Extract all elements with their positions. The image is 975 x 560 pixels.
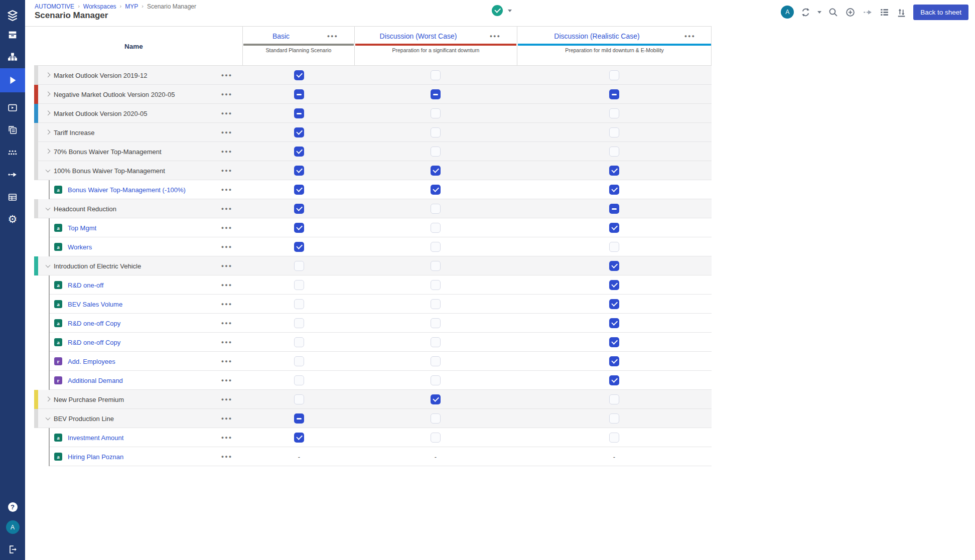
row-more-button[interactable]: ●●●	[221, 283, 233, 288]
breadcrumb-myp[interactable]: MYP	[125, 3, 138, 10]
row-checkbox-realistic-case[interactable]	[609, 166, 619, 176]
row-checkbox-realistic-case[interactable]	[609, 204, 619, 214]
row-more-button[interactable]: ●●●	[221, 73, 233, 78]
row-more-button[interactable]: ●●●	[221, 359, 233, 364]
row-checkbox-worst-case[interactable]	[431, 337, 441, 347]
video-icon[interactable]	[0, 96, 25, 119]
row-checkbox-realistic-case[interactable]	[609, 280, 619, 290]
row-checkbox-basic[interactable]	[294, 375, 304, 385]
row-checkbox-worst-case[interactable]	[431, 70, 441, 80]
row-checkbox-basic[interactable]	[294, 337, 304, 347]
row-checkbox-realistic-case[interactable]	[609, 375, 619, 385]
toolbar-avatar[interactable]: A	[781, 6, 794, 19]
row-checkbox-realistic-case[interactable]	[609, 337, 619, 347]
row-checkbox-worst-case[interactable]	[431, 280, 441, 290]
row-checkbox-worst-case[interactable]	[431, 299, 441, 309]
row-checkbox-worst-case[interactable]	[431, 356, 441, 366]
row-checkbox-basic[interactable]	[294, 108, 304, 118]
row-checkbox-realistic-case[interactable]	[609, 89, 619, 99]
breadcrumb-workspaces[interactable]: Workspaces	[83, 3, 116, 10]
row-checkbox-realistic-case[interactable]	[609, 223, 619, 233]
row-name-link[interactable]: Workers	[68, 243, 92, 251]
row-more-button[interactable]: ●●●	[221, 321, 233, 326]
row-checkbox-realistic-case[interactable]	[609, 299, 619, 309]
row-checkbox-realistic-case[interactable]	[609, 185, 619, 195]
status-check-icon[interactable]	[492, 5, 503, 16]
scenario-title[interactable]: Basic	[243, 31, 319, 42]
row-checkbox-basic[interactable]	[294, 223, 304, 233]
row-checkbox-realistic-case[interactable]	[609, 147, 619, 157]
row-more-button[interactable]: ●●●	[221, 416, 233, 421]
row-checkbox-worst-case[interactable]	[431, 147, 441, 157]
gear-icon[interactable]: ⚙	[0, 208, 25, 230]
row-checkbox-worst-case[interactable]	[431, 433, 441, 443]
scenario-more-button[interactable]: ●●●	[490, 31, 501, 42]
row-checkbox-worst-case[interactable]	[431, 223, 441, 233]
row-more-button[interactable]: ●●●	[221, 397, 233, 402]
row-more-button[interactable]: ●●●	[221, 435, 233, 440]
archive-icon[interactable]	[0, 23, 25, 46]
play-icon[interactable]	[0, 68, 25, 92]
row-checkbox-basic[interactable]	[294, 356, 304, 366]
row-checkbox-basic[interactable]	[294, 394, 304, 404]
row-checkbox-basic[interactable]	[294, 70, 304, 80]
row-checkbox-worst-case[interactable]	[431, 394, 441, 404]
row-checkbox-basic[interactable]	[294, 127, 304, 137]
row-name-link[interactable]: R&D one-off Copy	[68, 320, 120, 327]
row-more-button[interactable]: ●●●	[221, 149, 233, 154]
row-name-link[interactable]: Investment Amount	[68, 434, 123, 442]
row-checkbox-basic[interactable]	[294, 280, 304, 290]
row-more-button[interactable]: ●●●	[221, 206, 233, 211]
row-checkbox-basic[interactable]	[294, 318, 304, 328]
arrow-right-icon[interactable]	[0, 163, 25, 186]
nodes-icon[interactable]	[0, 141, 25, 164]
row-checkbox-worst-case[interactable]	[431, 89, 441, 99]
row-checkbox-basic[interactable]	[294, 147, 304, 157]
row-more-button[interactable]: ●●●	[221, 454, 233, 459]
row-checkbox-worst-case[interactable]	[431, 108, 441, 118]
row-checkbox-worst-case[interactable]	[431, 185, 441, 195]
row-name-link[interactable]: Additional Demand	[68, 377, 123, 384]
row-checkbox-basic[interactable]	[294, 413, 304, 424]
scenario-title[interactable]: Discussion (Worst Case)	[355, 31, 482, 42]
sync-icon[interactable]	[800, 7, 811, 18]
row-checkbox-worst-case[interactable]	[431, 375, 441, 385]
row-more-button[interactable]: ●●●	[221, 92, 233, 97]
row-checkbox-basic[interactable]	[294, 185, 304, 195]
org-chart-icon[interactable]	[0, 46, 25, 68]
row-name-link[interactable]: BEV Sales Volume	[68, 301, 122, 308]
row-checkbox-worst-case[interactable]	[431, 242, 441, 252]
copy-icon[interactable]	[0, 118, 25, 141]
row-more-button[interactable]: ●●●	[221, 340, 233, 345]
row-checkbox-realistic-case[interactable]	[609, 433, 619, 443]
row-name-link[interactable]: Top Mgmt	[68, 224, 96, 232]
row-checkbox-realistic-case[interactable]	[609, 108, 619, 118]
row-name-link[interactable]: Add. Employees	[68, 358, 115, 365]
row-checkbox-basic[interactable]	[294, 242, 304, 252]
help-icon[interactable]: ?	[0, 496, 25, 518]
row-checkbox-basic[interactable]	[294, 261, 304, 271]
row-name-link[interactable]: R&D one-off	[68, 282, 103, 289]
sort-icon[interactable]	[896, 7, 907, 18]
row-checkbox-realistic-case[interactable]	[609, 261, 619, 271]
caret-down-icon[interactable]	[817, 11, 821, 14]
row-checkbox-basic[interactable]	[294, 299, 304, 309]
search-icon[interactable]	[828, 7, 839, 18]
row-checkbox-basic[interactable]	[294, 433, 304, 443]
breadcrumb-automotive[interactable]: AUTOMOTIVE	[35, 3, 74, 10]
jump-arrow-icon[interactable]	[862, 7, 873, 18]
row-more-button[interactable]: ●●●	[221, 244, 233, 249]
row-more-button[interactable]: ●●●	[221, 263, 233, 268]
row-more-button[interactable]: ●●●	[221, 111, 233, 116]
row-name-link[interactable]: Hiring Plan Poznan	[68, 453, 123, 461]
row-more-button[interactable]: ●●●	[221, 187, 233, 192]
row-checkbox-realistic-case[interactable]	[609, 394, 619, 404]
row-checkbox-worst-case[interactable]	[431, 413, 441, 424]
row-more-button[interactable]: ●●●	[221, 302, 233, 307]
row-checkbox-realistic-case[interactable]	[609, 70, 619, 80]
plus-circle-icon[interactable]	[845, 7, 856, 18]
sidebar-avatar[interactable]: A	[0, 516, 25, 538]
row-checkbox-realistic-case[interactable]	[609, 413, 619, 424]
detail-list-icon[interactable]	[879, 7, 890, 18]
row-name-link[interactable]: R&D one-off Copy	[68, 339, 120, 346]
